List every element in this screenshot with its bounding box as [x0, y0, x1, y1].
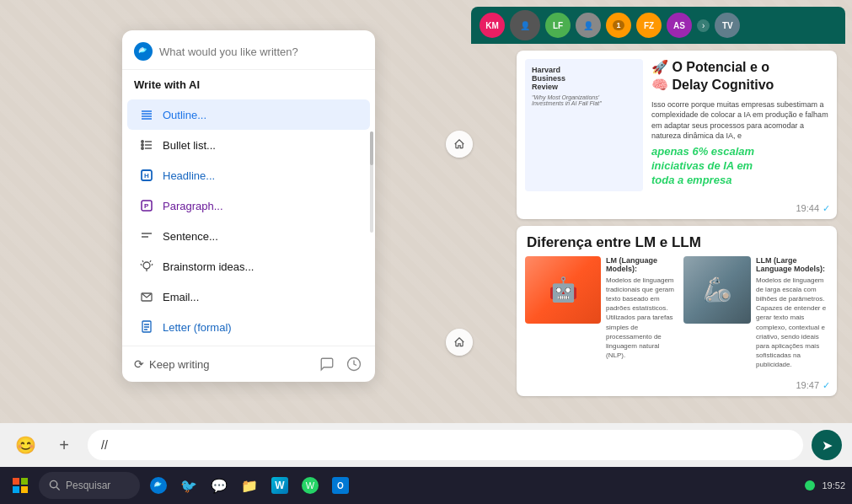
ai-text-input[interactable]	[159, 46, 363, 58]
taskbar-time: 19:52	[822, 480, 845, 491]
taskbar-app-3[interactable]: 📁	[236, 472, 263, 499]
headline-icon: H	[139, 168, 154, 183]
panel-scroll-thumb	[370, 131, 373, 165]
svg-rect-31	[13, 486, 19, 493]
write-with-ai-label: Write with AI	[122, 70, 375, 96]
taskbar-search[interactable]: Pesquisar	[39, 472, 140, 499]
checkmark-2: ✓	[823, 380, 830, 391]
robot-image-llm: 🦾	[683, 256, 751, 324]
svg-point-6	[142, 144, 143, 146]
svg-line-22	[150, 260, 151, 262]
taskbar-app-5[interactable]: W	[297, 472, 324, 499]
avatar-generic: 👤	[576, 13, 601, 38]
message-card-2: Diferença entre LM e LLM 🤖 LM (Language …	[517, 226, 837, 396]
panel-scrollbar[interactable]	[370, 131, 373, 233]
svg-line-20	[152, 264, 153, 265]
ai-panel-header	[122, 30, 375, 70]
svg-point-33	[50, 480, 56, 487]
llm-title: LLM (Large Language Models):	[756, 256, 828, 273]
ai-menu-items: Outline... Bullet list... H	[122, 96, 375, 346]
keep-writing-icon: ⟳	[134, 357, 144, 371]
menu-item-paragraph-label: Paragraph...	[163, 200, 223, 212]
more-participants-btn[interactable]: ›	[697, 19, 710, 32]
menu-item-bullet-list[interactable]: Bullet list...	[127, 130, 370, 160]
message-card-1: HarvardBusinessReview "Why Most Organiza…	[517, 51, 837, 219]
menu-item-outline[interactable]: Outline...	[127, 99, 370, 130]
menu-item-letter[interactable]: Letter (formal)	[127, 312, 370, 342]
email-icon	[139, 289, 154, 304]
svg-point-17	[143, 262, 150, 269]
svg-point-5	[142, 141, 143, 142]
sentence-icon	[139, 228, 154, 244]
avatar-photo: 👤	[510, 10, 540, 40]
timestamp-text-2: 19:47	[796, 380, 819, 390]
ai-writing-panel: Write with AI Outline...	[122, 30, 375, 382]
svg-line-19	[141, 264, 142, 265]
card-title-1: 🚀 O Potencial e o 🧠 Delay Cognitivo	[651, 59, 828, 94]
chat-icon[interactable]	[318, 355, 336, 373]
avatar-count: 1	[606, 13, 631, 38]
send-icon: ➤	[822, 437, 833, 453]
checkmark-1: ✓	[823, 203, 830, 214]
robot-image-lm: 🤖	[525, 256, 601, 324]
menu-item-paragraph[interactable]: P Paragraph...	[127, 190, 370, 221]
menu-item-headline-label: Headline...	[163, 169, 215, 182]
menu-item-letter-label: Letter (formal)	[163, 321, 232, 334]
svg-text:H: H	[144, 172, 149, 180]
menu-item-headline[interactable]: H Headline...	[127, 160, 370, 190]
message-timestamp-1: 19:44 ✓	[517, 200, 837, 219]
menu-item-email-label: Email...	[163, 291, 199, 303]
card-highlight-1: apenas 6% escalaminiciativas de IA emtod…	[651, 145, 828, 188]
menu-item-email[interactable]: Email...	[127, 281, 370, 312]
taskbar-app-edge[interactable]	[145, 472, 172, 499]
paragraph-icon: P	[139, 198, 154, 213]
svg-point-7	[142, 147, 143, 149]
ai-panel-footer: ⟳ Keep writing	[122, 346, 375, 382]
participants-bar: KM 👤 LF 👤 1 FZ AS › TV	[471, 7, 845, 44]
taskbar-app-teams[interactable]: 💬	[206, 472, 233, 499]
avatar-km: KM	[480, 13, 505, 38]
taskbar: Pesquisar 🐦 💬 📁 W W O 19:52	[0, 467, 852, 504]
taskbar-app-outlook[interactable]: O	[327, 472, 354, 499]
footer-icons	[318, 355, 363, 373]
taskbar-search-label: Pesquisar	[66, 480, 110, 491]
menu-item-brainstorm-label: Brainstorm ideas...	[163, 260, 254, 273]
start-button[interactable]	[7, 472, 34, 499]
message-input[interactable]	[88, 430, 803, 460]
taskbar-right: 19:52	[805, 480, 845, 491]
menu-item-bullet-label: Bullet list...	[163, 139, 216, 152]
emoji-button[interactable]: 😊	[10, 430, 40, 460]
menu-item-brainstorm[interactable]: Brainstorm ideas...	[127, 251, 370, 281]
svg-text:P: P	[144, 202, 149, 210]
card2-images: 🤖 LM (Language Models): Modelos de lingu…	[517, 256, 837, 377]
clock-icon[interactable]	[345, 355, 363, 373]
outline-icon	[139, 107, 154, 122]
source-name: HarvardBusinessReview	[532, 66, 636, 91]
svg-rect-32	[21, 486, 28, 493]
bullet-list-icon	[139, 137, 154, 153]
brain-emoji: 🧠	[651, 78, 668, 92]
network-indicator	[805, 480, 815, 491]
send-button[interactable]: ➤	[812, 430, 842, 460]
avatar-as: AS	[667, 13, 692, 38]
card-text-section-1: 🚀 O Potencial e o 🧠 Delay Cognitivo Isso…	[651, 59, 828, 191]
bottom-input-bar: 😊 + ➤	[0, 423, 852, 467]
attach-button[interactable]: +	[49, 430, 79, 460]
message-timestamp-2: 19:47 ✓	[517, 377, 837, 396]
llm-description: LLM (Large Language Models): Modelos de …	[756, 256, 828, 370]
taskbar-apps: 🐦 💬 📁 W W O	[145, 472, 800, 499]
forward-btn-1[interactable]	[446, 131, 473, 158]
forward-btn-2[interactable]	[446, 329, 473, 356]
menu-item-sentence-label: Sentence...	[163, 230, 218, 243]
menu-item-sentence[interactable]: Sentence...	[127, 221, 370, 251]
taskbar-app-1[interactable]: 🐦	[175, 472, 202, 499]
avatar-tv: TV	[715, 13, 740, 38]
taskbar-app-4[interactable]: W	[266, 472, 293, 499]
card2-title: Diferença entre LM e LLM	[517, 226, 837, 256]
edge-logo-icon	[134, 42, 153, 61]
brainstorm-icon	[139, 259, 154, 274]
avatar-fz: FZ	[636, 13, 662, 38]
keep-writing-label: Keep writing	[149, 358, 210, 371]
keep-writing-button[interactable]: ⟳ Keep writing	[134, 357, 210, 371]
chat-panel: KM 👤 LF 👤 1 FZ AS › TV HarvardBusinessRe…	[464, 0, 852, 455]
